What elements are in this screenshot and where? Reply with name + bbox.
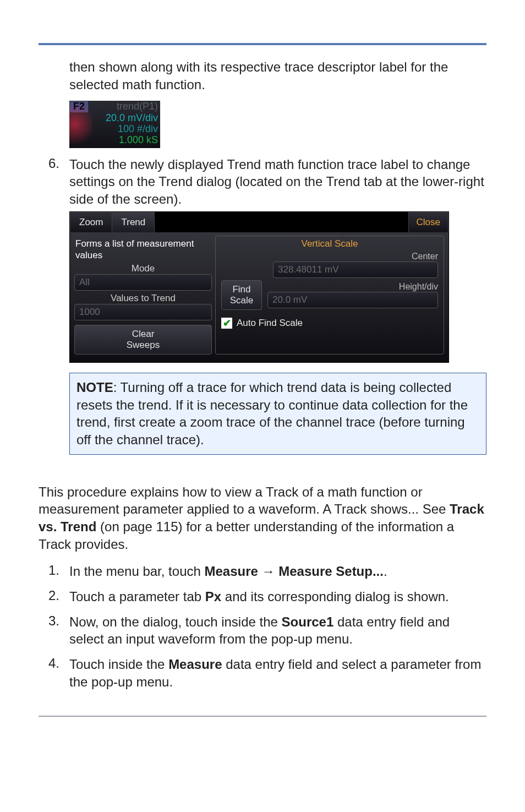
- txt: Now, on the dialog, touch inside the: [69, 614, 282, 629]
- footer-rule: [39, 716, 486, 717]
- clear-sweeps-l2: Sweeps: [79, 340, 207, 351]
- center-label: Center: [273, 252, 438, 261]
- mode-label: Mode: [74, 263, 212, 274]
- step-number: 4.: [39, 656, 69, 690]
- txt: .: [384, 564, 387, 579]
- find-scale-button[interactable]: Find Scale: [221, 280, 262, 310]
- step3-text: Now, on the dialog, touch inside the Sou…: [69, 613, 486, 648]
- txt-bold: Measure → Measure Setup...: [205, 564, 384, 579]
- trend-dialog-screenshot: Zoom Trend Close Forms a list of measure…: [69, 211, 449, 363]
- txt: and its corresponding dialog is shown.: [221, 589, 449, 604]
- txt-bold: Source1: [282, 614, 334, 629]
- values-to-trend-label: Values to Trend: [74, 293, 212, 304]
- values-to-trend-field[interactable]: 1000: [74, 304, 212, 320]
- find-scale-l1: Find: [226, 284, 257, 295]
- txt-bold: Measure: [168, 657, 222, 672]
- track-intro-c: (on page 115) for a better understanding…: [39, 519, 454, 552]
- mode-field[interactable]: All: [74, 274, 212, 291]
- clear-sweeps-l1: Clear: [79, 329, 207, 340]
- step-number: 6.: [39, 156, 69, 208]
- step1-text: In the menu bar, touch Measure → Measure…: [69, 563, 486, 580]
- txt: Touch a parameter tab: [69, 589, 205, 604]
- step-number: 1.: [39, 563, 69, 580]
- txt: In the menu bar, touch: [69, 564, 205, 579]
- txt-bold: Px: [205, 589, 221, 604]
- heightdiv-field[interactable]: 20.0 mV: [267, 292, 438, 308]
- auto-find-scale-checkbox[interactable]: ✔ Auto Find Scale: [221, 318, 438, 329]
- step-number: 3.: [39, 613, 69, 648]
- tab-zoom[interactable]: Zoom: [70, 212, 112, 232]
- tab-trend[interactable]: Trend: [112, 212, 155, 232]
- step6-text: Touch the newly displayed Trend math fun…: [69, 156, 486, 208]
- find-scale-l2: Scale: [226, 295, 257, 306]
- trace-vdiv: 20.0 mV/div: [106, 113, 158, 124]
- note-bold: NOTE: [76, 380, 113, 395]
- clear-sweeps-button[interactable]: Clear Sweeps: [74, 325, 212, 355]
- center-field[interactable]: 328.48011 mV: [273, 261, 438, 278]
- header-rule: [39, 43, 486, 45]
- txt: Touch inside the: [69, 657, 168, 672]
- check-icon: ✔: [221, 318, 232, 329]
- step4-text: Touch inside the Measure data entry fiel…: [69, 656, 486, 690]
- trace-samples: 1.000 kS: [119, 135, 158, 146]
- continued-paragraph: then shown along with its respective tra…: [69, 58, 486, 93]
- track-intro-a: This procedure explains how to view a Tr…: [39, 484, 450, 517]
- fkey-badge: F2: [69, 101, 89, 113]
- note-text: : Turning off a trace for which trend da…: [76, 380, 468, 447]
- trace-descriptor-thumbnail: F2 trend(P1) 20.0 mV/div 100 #/div 1.000…: [69, 101, 160, 148]
- step2-text: Touch a parameter tab Px and its corresp…: [69, 588, 486, 606]
- auto-find-scale-label: Auto Find Scale: [237, 318, 303, 329]
- close-button[interactable]: Close: [408, 212, 449, 232]
- track-paragraph: This procedure explains how to view a Tr…: [39, 483, 486, 553]
- trace-name: trend(P1): [92, 101, 158, 112]
- note-box: NOTE: Turning off a trace for which tren…: [69, 373, 486, 455]
- trace-hdiv: 100 #/div: [118, 124, 158, 135]
- heightdiv-label: Height/div: [267, 282, 438, 292]
- vertical-scale-title: Vertical Scale: [221, 238, 438, 249]
- step-number: 2.: [39, 588, 69, 606]
- dialog-description: Forms a list of measurement values: [75, 238, 211, 261]
